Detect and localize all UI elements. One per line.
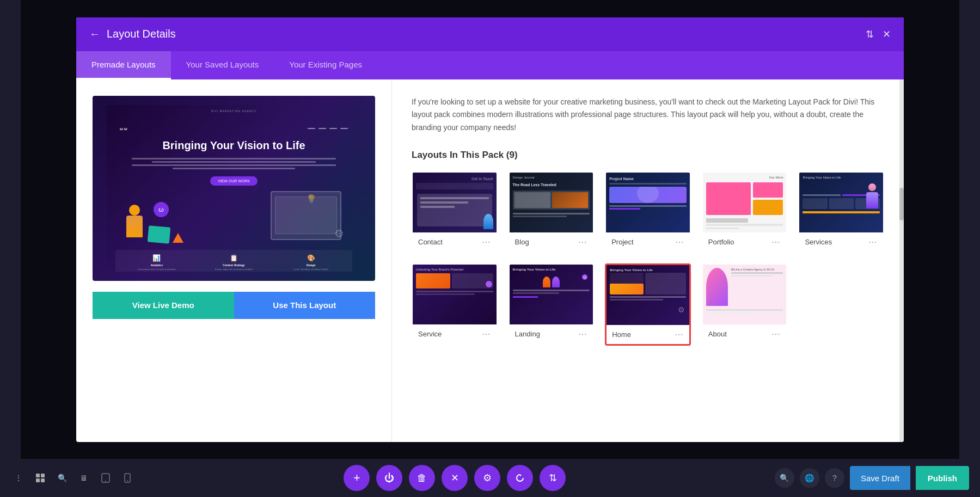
use-layout-button[interactable]: Use This Layout [234, 292, 376, 319]
svg-rect-1 [41, 474, 45, 477]
layout-card-blog[interactable]: Design Journal The Road Less Traveled [509, 171, 595, 253]
strip-design: 🎨 Design Lorem ulla adipis elit ullamco … [276, 254, 346, 271]
trash-button[interactable]: 🗑 [409, 465, 435, 491]
search-icon[interactable]: 🔍 [54, 470, 70, 486]
left-edge-panel [0, 0, 21, 459]
layout-label-project: Project [611, 238, 633, 246]
layout-card-service[interactable]: Unlocking Your Brand's Potential [412, 263, 498, 346]
save-draft-button[interactable]: Save Draft [850, 466, 910, 490]
settings-button[interactable]: ⚙ [474, 465, 500, 491]
modal-body: DIVI MARKETING AGENCY ω ω [76, 79, 904, 442]
publish-button[interactable]: Publish [916, 466, 969, 490]
layout-card-contact[interactable]: Get In Touch Contact ⋯ [412, 171, 498, 253]
layout-card-home[interactable]: Bringing Your Vision to Life [605, 263, 691, 346]
layout-label-home: Home [612, 330, 631, 339]
preview-mockup: DIVI MARKETING AGENCY ω ω [107, 105, 361, 272]
thumb-service2: Unlocking Your Brand's Potential [413, 265, 497, 324]
toolbar-left: ⋮ 🔍 🖥 [11, 470, 135, 486]
toolbar-right: 🔍 🌐 ? Save Draft Publish [775, 466, 969, 490]
strip-analytics: 📊 Analytics Lorem ipsum dolor sit amet c… [122, 254, 192, 271]
about-menu-dots[interactable]: ⋯ [771, 329, 781, 339]
layout-label-services: Services [805, 238, 832, 246]
toolbar-center: + ⏻ 🗑 ✕ ⚙ ⇅ [344, 465, 566, 491]
search-right-icon[interactable]: 🔍 [775, 468, 794, 488]
pack-title: Layouts In This Pack (9) [412, 150, 884, 161]
layout-card-portfolio[interactable]: Our Work [702, 171, 788, 253]
close-modal-icon[interactable]: ✕ [883, 28, 891, 40]
thumb-portfolio: Our Work [703, 173, 787, 232]
layout-label-service: Service [418, 330, 442, 338]
strip-content: 📋 Content Strategy Donque adipis elit ui… [199, 254, 269, 271]
content-panel: If you're looking to set up a website fo… [392, 79, 904, 442]
modal-title: Layout Details [107, 28, 176, 40]
service-menu-dots[interactable]: ⋯ [482, 329, 491, 339]
hero-mockup: DIVI MARKETING AGENCY ω ω [107, 105, 361, 272]
description-text: If you're looking to set up a website fo… [412, 96, 884, 134]
tab-existing[interactable]: Your Existing Pages [274, 51, 377, 79]
contact-menu-dots[interactable]: ⋯ [482, 237, 491, 247]
sort-icon[interactable]: ⇅ [866, 28, 874, 40]
x-button[interactable]: ✕ [442, 465, 468, 491]
layout-card-project[interactable]: Project Name Project [605, 171, 691, 253]
scrollbar-thumb [899, 188, 904, 220]
globe-icon[interactable]: 🌐 [800, 468, 819, 488]
tab-premade[interactable]: Premade Layouts [76, 51, 171, 79]
svg-rect-2 [36, 478, 40, 482]
svg-rect-0 [36, 474, 40, 477]
svg-point-5 [105, 481, 106, 482]
svg-rect-3 [41, 478, 45, 482]
layout-card-about[interactable]: We Are a Creative Agency In SF.CA About … [702, 263, 788, 346]
tablet-icon[interactable] [98, 470, 113, 486]
divi-label: DIVI MARKETING AGENCY [211, 109, 256, 113]
mobile-icon[interactable] [120, 470, 135, 486]
preview-panel: DIVI MARKETING AGENCY ω ω [76, 79, 392, 442]
layout-label-blog: Blog [515, 238, 529, 246]
modal-tabs: Premade Layouts Your Saved Layouts Your … [76, 51, 904, 79]
help-icon[interactable]: ? [825, 468, 844, 488]
layout-label-portfolio: Portfolio [708, 238, 734, 246]
modal-header-left: ← Layout Details [89, 28, 176, 40]
thumb-services: Bringing Your Ideas to Life [799, 173, 883, 232]
modal-header-right: ⇅ ✕ [866, 28, 891, 40]
hero-title: Bringing Your Vision to Life [126, 138, 341, 152]
project-menu-dots[interactable]: ⋯ [675, 237, 684, 247]
blog-menu-dots[interactable]: ⋯ [578, 237, 587, 247]
landing-menu-dots[interactable]: ⋯ [578, 329, 587, 339]
layout-label-about: About [708, 330, 727, 338]
home-menu-dots[interactable]: ⋯ [675, 329, 684, 340]
thumb-project: Project Name [606, 173, 690, 232]
back-icon[interactable]: ← [89, 28, 100, 40]
thumb-about: We Are a Creative Agency In SF.CA [703, 265, 787, 324]
bottom-toolbar: ⋮ 🔍 🖥 + ⏻ 🗑 ✕ ⚙ [0, 459, 980, 497]
modal-header: ← Layout Details ⇅ ✕ [76, 17, 904, 51]
right-edge-panel [959, 0, 980, 459]
content-scrollbar[interactable] [899, 79, 904, 442]
thumb-home: Bringing Your Vision to Life [607, 265, 689, 325]
services-menu-dots[interactable]: ⋯ [868, 237, 878, 247]
history-button[interactable] [507, 465, 533, 491]
thumb-contact: Get In Touch [413, 173, 497, 232]
thumb-blog: Design Journal The Road Less Traveled [510, 173, 593, 232]
svg-point-7 [127, 480, 128, 481]
preview-image: DIVI MARKETING AGENCY ω ω [93, 96, 375, 281]
modal-overlay: ← Layout Details ⇅ ✕ Premade Layouts You… [0, 0, 980, 459]
power-button[interactable]: ⏻ [376, 465, 402, 491]
add-button[interactable]: + [344, 465, 370, 491]
desktop-icon[interactable]: 🖥 [76, 470, 91, 486]
layout-label-contact: Contact [418, 238, 443, 246]
layout-card-landing[interactable]: Bringing Your Vision to Life ω [509, 263, 595, 346]
portfolio-menu-dots[interactable]: ⋯ [771, 237, 781, 247]
arrows-button[interactable]: ⇅ [540, 465, 566, 491]
layout-label-landing: Landing [515, 330, 540, 338]
layout-card-services[interactable]: Bringing Your Ideas to Life [798, 171, 884, 253]
layout-modal: ← Layout Details ⇅ ✕ Premade Layouts You… [76, 17, 904, 442]
preview-actions: View Live Demo Use This Layout [93, 292, 375, 319]
view-demo-button[interactable]: View Live Demo [93, 292, 234, 319]
thumb-landing: Bringing Your Vision to Life ω [510, 265, 593, 324]
tab-saved[interactable]: Your Saved Layouts [171, 51, 274, 79]
dots-menu-icon[interactable]: ⋮ [11, 470, 26, 486]
bottom-strip: 📊 Analytics Lorem ipsum dolor sit amet c… [115, 250, 352, 272]
layout-icon[interactable] [33, 470, 48, 486]
layouts-grid: Get In Touch Contact ⋯ [412, 171, 884, 346]
